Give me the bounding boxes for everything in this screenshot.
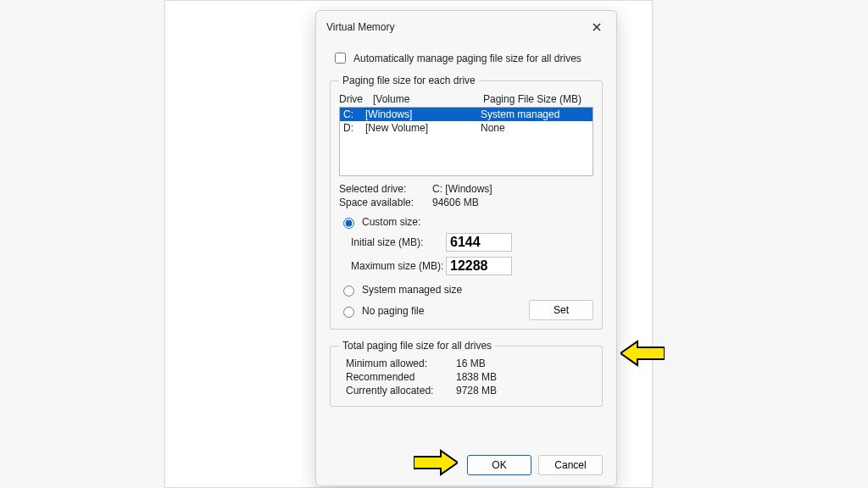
auto-manage-label: Automatically manage paging file size fo…	[353, 53, 581, 64]
window-title: Virtual Memory	[326, 21, 586, 33]
selected-drive-label: Selected drive:	[339, 183, 432, 195]
no-paging-radio[interactable]	[343, 307, 354, 318]
drive-list-headers: Drive [Volume Paging File Size (MB)	[339, 92, 593, 107]
custom-size-radio[interactable]	[343, 218, 354, 229]
auto-manage-row[interactable]: Automatically manage paging file size fo…	[330, 45, 603, 69]
drive-row-c[interactable]: C: [Windows] System managed	[340, 108, 593, 121]
cancel-button[interactable]: Cancel	[538, 455, 603, 475]
close-button[interactable]	[586, 18, 608, 36]
recommended-row: Recommended 1838 MB	[339, 370, 593, 384]
set-button[interactable]: Set	[529, 300, 593, 320]
drive-paging-size: None	[481, 121, 591, 135]
custom-size-option[interactable]: Custom size:	[339, 208, 593, 230]
close-icon	[593, 23, 601, 31]
space-available-value: 94606 MB	[432, 197, 479, 208]
drive-letter: C:	[342, 108, 365, 121]
maximum-size-label: Maximum size (MB):	[339, 260, 446, 272]
no-paging-label: No paging file	[362, 305, 424, 317]
auto-manage-checkbox[interactable]	[335, 53, 346, 64]
recommended-label: Recommended	[346, 371, 456, 383]
maximum-size-input[interactable]	[446, 257, 512, 275]
min-allowed-row: Minimum allowed: 16 MB	[339, 357, 593, 370]
system-managed-radio[interactable]	[343, 286, 354, 297]
min-allowed-label: Minimum allowed:	[346, 358, 456, 369]
drive-volume: [New Volume]	[365, 121, 481, 135]
hdr-drive: Drive	[339, 93, 373, 105]
currently-allocated-label: Currently allocated:	[346, 385, 456, 396]
initial-size-row: Initial size (MB):	[339, 230, 593, 254]
total-paging-group: Total paging file size for all drives Mi…	[330, 340, 603, 407]
system-managed-option[interactable]: System managed size	[339, 278, 593, 298]
initial-size-input[interactable]	[446, 233, 512, 252]
selected-drive-row: Selected drive: C: [Windows]	[339, 176, 593, 195]
drive-letter: D:	[342, 121, 365, 135]
drive-paging-size: System managed	[481, 108, 591, 121]
custom-size-label: Custom size:	[362, 216, 420, 228]
ok-button[interactable]: OK	[467, 455, 531, 475]
drive-list[interactable]: C: [Windows] System managed D: [New Volu…	[339, 107, 593, 176]
no-paging-option[interactable]: No paging file	[339, 301, 529, 319]
currently-allocated-value: 9728 MB	[456, 385, 497, 396]
group2-legend: Total paging file size for all drives	[339, 340, 495, 352]
maximum-size-row: Maximum size (MB):	[339, 254, 593, 278]
space-available-label: Space available:	[339, 197, 432, 208]
currently-allocated-row: Currently allocated: 9728 MB	[339, 384, 593, 397]
virtual-memory-dialog: Virtual Memory Automatically manage pagi…	[315, 10, 617, 486]
selected-drive-value: C: [Windows]	[432, 183, 492, 195]
drive-volume: [Windows]	[365, 108, 481, 121]
paging-per-drive-group: Paging file size for each drive Drive [V…	[330, 75, 603, 330]
hdr-size: Paging File Size (MB)	[483, 93, 593, 105]
hdr-volume: [Volume	[373, 93, 483, 105]
initial-size-label: Initial size (MB):	[339, 236, 446, 248]
min-allowed-value: 16 MB	[456, 358, 486, 369]
drive-row-d[interactable]: D: [New Volume] None	[340, 121, 593, 135]
dialog-buttons: OK Cancel	[316, 448, 616, 485]
group1-legend: Paging file size for each drive	[339, 75, 479, 86]
titlebar: Virtual Memory	[316, 11, 616, 42]
system-managed-label: System managed size	[362, 284, 462, 296]
recommended-value: 1838 MB	[456, 371, 497, 383]
space-available-row: Space available: 94606 MB	[339, 195, 593, 208]
